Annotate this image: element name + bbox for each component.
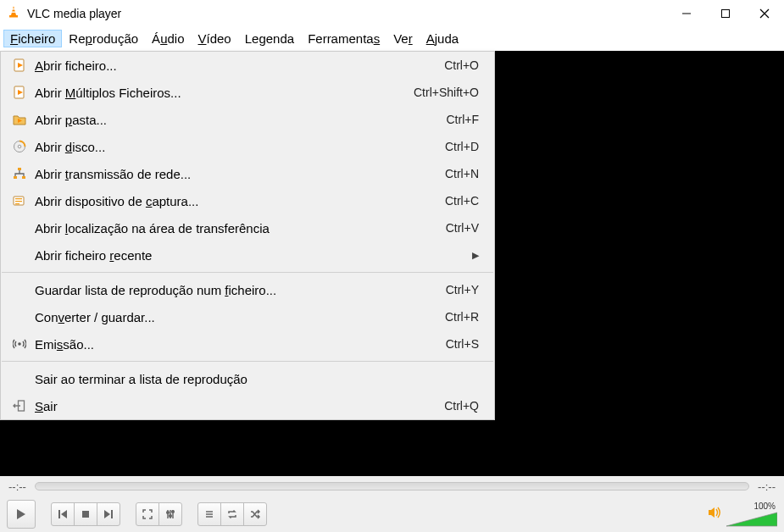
menuitem-abrirficheirorecente[interactable]: Abrir ficheiro recente▶ xyxy=(1,241,494,269)
svg-rect-19 xyxy=(15,198,22,199)
extended-settings-button[interactable] xyxy=(158,502,182,526)
menuitem-accel: Ctrl+Shift+O xyxy=(414,86,479,99)
menuitem-label: Emissão... xyxy=(30,337,446,352)
menuitem-label: Abrir pasta... xyxy=(30,113,447,127)
svg-rect-21 xyxy=(15,203,19,204)
menuitem-label: Abrir disco... xyxy=(30,140,445,154)
menu-separator xyxy=(2,361,493,362)
menuitem-label: Abrir ficheiro... xyxy=(30,58,444,73)
menuitem-label: Abrir ficheiro recente xyxy=(30,248,464,263)
prev-button[interactable] xyxy=(51,502,75,526)
svg-point-35 xyxy=(172,511,175,513)
menuitem-emisso[interactable]: Emissão...Ctrl+S xyxy=(1,330,494,357)
menu-ficheiro[interactable]: Ficheiro xyxy=(3,30,62,47)
time-elapsed: --:-- xyxy=(8,480,26,493)
stop-button[interactable] xyxy=(74,502,97,526)
menuitem-abrirdispositivodecaptura[interactable]: Abrir dispositivo de captura...Ctrl+C xyxy=(1,187,494,214)
menuitem-converterguardar[interactable]: Converter / guardar...Ctrl+R xyxy=(1,303,494,330)
svg-marker-0 xyxy=(11,6,16,15)
menuitem-label: Sair xyxy=(30,399,444,413)
stream-icon xyxy=(9,337,30,351)
menuitem-accel: Ctrl+Q xyxy=(444,399,479,413)
time-remaining: --:-- xyxy=(758,480,776,493)
menuitem-abrirtransmissoderede[interactable]: Abrir transmissão de rede...Ctrl+N xyxy=(1,160,494,187)
volume-slider[interactable] xyxy=(726,511,777,528)
svg-marker-26 xyxy=(61,510,67,518)
menu-ferramentas[interactable]: Ferramentas xyxy=(301,30,386,47)
menubar: FicheiroReproduçãoÁudioVídeoLegendaFerra… xyxy=(0,27,784,51)
ficheiro-menu: Abrir ficheiro...Ctrl+OAbrir Múltiplos F… xyxy=(0,51,495,420)
svg-marker-40 xyxy=(726,513,777,526)
titlebar: VLC media player xyxy=(0,0,784,27)
menu-legenda[interactable]: Legenda xyxy=(238,30,301,47)
close-button[interactable] xyxy=(745,0,784,27)
svg-rect-1 xyxy=(12,8,16,9)
svg-point-14 xyxy=(18,145,21,148)
menuitem-accel: Ctrl+V xyxy=(446,221,479,235)
network-icon xyxy=(9,167,30,180)
seek-slider[interactable] xyxy=(35,482,749,490)
menuitem-label: Abrir dispositivo de captura... xyxy=(30,194,445,208)
menuitem-label: Abrir localização na área de transferênc… xyxy=(30,221,446,236)
play-button[interactable] xyxy=(7,500,36,529)
speaker-icon[interactable] xyxy=(708,506,723,523)
svg-marker-24 xyxy=(17,509,25,519)
menuitem-sair[interactable]: SairCtrl+Q xyxy=(1,392,494,419)
file-play-icon xyxy=(9,58,30,72)
menu-separator xyxy=(2,272,493,273)
menuitem-label: Sair ao terminar a lista de reprodução xyxy=(30,372,479,386)
menuitem-label: Abrir Múltiplos Ficheiros... xyxy=(30,86,414,100)
menuitem-accel: Ctrl+O xyxy=(444,58,479,72)
window-title: VLC media player xyxy=(27,7,667,20)
svg-rect-16 xyxy=(14,176,17,179)
menu-ver[interactable]: Ver xyxy=(386,30,420,47)
shuffle-button[interactable] xyxy=(243,502,267,526)
svg-rect-29 xyxy=(111,510,113,518)
next-button[interactable] xyxy=(97,502,120,526)
capture-icon xyxy=(9,194,30,208)
file-play-icon xyxy=(9,86,30,99)
timebar: --:-- --:-- xyxy=(0,476,784,496)
menuitem-label: Guardar lista de reprodução num ficheiro… xyxy=(30,283,446,297)
menuitem-label: Abrir transmissão de rede... xyxy=(30,167,445,181)
menuitem-accel: Ctrl+D xyxy=(445,140,479,153)
volume-text: 100% xyxy=(753,502,776,511)
menuitem-accel: Ctrl+F xyxy=(447,113,480,126)
minimize-button[interactable] xyxy=(667,0,706,27)
menuitem-accel: Ctrl+Y xyxy=(446,283,479,296)
disc-icon xyxy=(9,140,30,153)
menu-udio[interactable]: Áudio xyxy=(145,30,191,47)
menuitem-sairaoterminaralistadereproduo[interactable]: Sair ao terminar a lista de reprodução xyxy=(1,365,494,392)
svg-marker-39 xyxy=(709,507,714,518)
exit-icon xyxy=(9,399,30,413)
menuitem-abrirmltiplosficheiros[interactable]: Abrir Múltiplos Ficheiros...Ctrl+Shift+O xyxy=(1,79,494,106)
svg-rect-5 xyxy=(722,10,730,18)
menuitem-accel: Ctrl+C xyxy=(445,194,479,208)
submenu-arrow-icon: ▶ xyxy=(472,250,479,261)
playlist-button[interactable] xyxy=(197,502,221,526)
loop-button[interactable] xyxy=(220,502,244,526)
menuitem-accel: Ctrl+R xyxy=(445,310,479,324)
menuitem-abrirpasta[interactable]: Abrir pasta...Ctrl+F xyxy=(1,106,494,133)
svg-rect-3 xyxy=(9,15,18,18)
menu-vdeo[interactable]: Vídeo xyxy=(192,30,238,47)
volume-control: 100% xyxy=(708,502,777,528)
menuitem-guardarlistadereproduonumfiche[interactable]: Guardar lista de reprodução num ficheiro… xyxy=(1,276,494,303)
menuitem-abrirficheiro[interactable]: Abrir ficheiro...Ctrl+O xyxy=(1,52,494,79)
vlc-cone-icon xyxy=(7,5,20,22)
menuitem-label: Converter / guardar... xyxy=(30,310,445,324)
svg-rect-15 xyxy=(18,168,21,170)
maximize-button[interactable] xyxy=(706,0,745,27)
svg-rect-25 xyxy=(58,510,60,518)
bottom-panel: --:-- --:-- 100% xyxy=(0,476,784,532)
folder-play-icon xyxy=(9,113,30,126)
controls: 100% xyxy=(0,496,784,532)
fullscreen-button[interactable] xyxy=(136,502,159,526)
menu-ajuda[interactable]: Ajuda xyxy=(420,30,465,47)
menuitem-accel: Ctrl+N xyxy=(445,167,479,180)
menuitem-accel: Ctrl+S xyxy=(446,337,479,351)
menu-reproduo[interactable]: Reprodução xyxy=(62,30,145,47)
menuitem-abrirlocalizaonareadetransfern[interactable]: Abrir localização na área de transferênc… xyxy=(1,214,494,241)
svg-point-22 xyxy=(18,342,21,346)
menuitem-abrirdisco[interactable]: Abrir disco...Ctrl+D xyxy=(1,133,494,160)
